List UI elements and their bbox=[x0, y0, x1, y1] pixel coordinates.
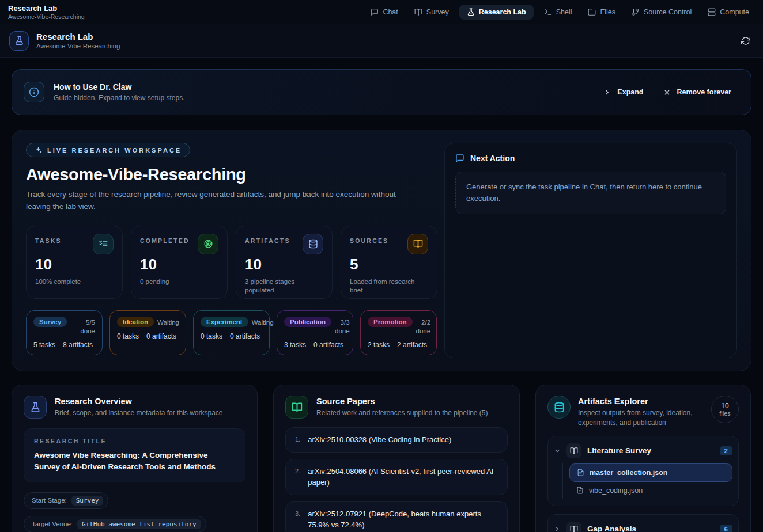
database-icon bbox=[303, 234, 323, 254]
stat-value: 5 bbox=[350, 256, 428, 273]
book-open-icon bbox=[566, 522, 581, 532]
artifact-group-literature-survey: Literature Survey 2 master_collection.js… bbox=[547, 436, 739, 506]
stage-card-ideation[interactable]: Ideation Waiting 0 tasks 0 artifacts bbox=[109, 310, 186, 355]
git-branch-icon bbox=[632, 8, 640, 16]
stage-card-survey[interactable]: Survey 5/5 done 5 tasks 8 artifacts bbox=[26, 310, 103, 355]
stage-artifacts: 2 artifacts bbox=[397, 341, 427, 349]
stage-card-experiment[interactable]: Experiment Waiting 0 tasks 0 artifacts bbox=[193, 310, 270, 355]
book-open-icon bbox=[407, 234, 428, 254]
stat-sub: 100% complete bbox=[35, 278, 114, 287]
file-icon bbox=[577, 469, 584, 476]
expand-label: Expand bbox=[617, 88, 643, 96]
paper-number: 2. bbox=[295, 466, 300, 488]
stage-tasks: 3 tasks bbox=[284, 341, 306, 349]
card-title: Research Overview bbox=[55, 396, 223, 406]
tab-label: Source Control bbox=[644, 8, 692, 16]
file-icon bbox=[576, 487, 584, 494]
stat-card-artifacts: ARTIFACTS 10 3 pipeline stages populated bbox=[236, 226, 333, 299]
target-icon bbox=[198, 234, 218, 254]
next-action-title: Next Action bbox=[470, 154, 515, 163]
paper-list: 1. arXiv:2510.00328 (Vibe Coding in Prac… bbox=[285, 427, 508, 532]
meta-start-stage: Start Stage: Survey bbox=[24, 492, 108, 509]
flask-icon bbox=[24, 396, 47, 419]
artifacts-explorer-card: Artifacts Explorer Inspect outputs from … bbox=[535, 385, 751, 532]
files-count-badge: 10 files bbox=[711, 396, 739, 423]
stage-tasks: 2 tasks bbox=[368, 341, 390, 349]
tab-survey[interactable]: Survey bbox=[409, 5, 455, 20]
paper-item[interactable]: 3. arXiv:2512.07921 (DeepCode, beats hum… bbox=[285, 501, 508, 532]
paper-title: arXiv:2510.00328 (Vibe Coding in Practic… bbox=[308, 434, 451, 446]
stat-label: TASKS bbox=[35, 234, 62, 244]
guide-banner-text: How to Use Dr. Claw Guide hidden. Expand… bbox=[54, 82, 184, 102]
group-row[interactable]: Gap Analysis 6 bbox=[554, 519, 732, 532]
meta-value: Survey bbox=[71, 496, 104, 506]
file-name: vibe_coding.json bbox=[589, 487, 643, 495]
tab-label: Files bbox=[600, 8, 615, 16]
topbar: Research Lab Awesome-Vibe-Researching Ch… bbox=[0, 0, 763, 24]
stages-row: Survey 5/5 done 5 tasks 8 artifacts Idea… bbox=[26, 310, 430, 355]
chevron-right-icon bbox=[554, 526, 561, 532]
card-title: Artifacts Explorer bbox=[578, 396, 704, 406]
stat-sub: Loaded from research brief bbox=[350, 278, 428, 295]
tab-source-control[interactable]: Source Control bbox=[626, 5, 697, 20]
content-area: How to Use Dr. Claw Guide hidden. Expand… bbox=[0, 58, 763, 532]
meta-label: Target Venue: bbox=[32, 520, 73, 527]
stage-pill: Promotion bbox=[368, 317, 413, 327]
close-icon bbox=[663, 89, 671, 96]
remove-forever-button[interactable]: Remove forever bbox=[663, 88, 732, 96]
flask-icon bbox=[467, 8, 475, 16]
chat-icon bbox=[455, 154, 464, 163]
stat-value: 10 bbox=[35, 256, 114, 273]
tab-chat[interactable]: Chat bbox=[365, 5, 403, 20]
stage-artifacts: 0 artifacts bbox=[313, 341, 343, 349]
stage-artifacts: 0 artifacts bbox=[146, 332, 176, 340]
terminal-icon bbox=[544, 8, 552, 16]
stat-label: SOURCES bbox=[350, 234, 388, 244]
topbar-app-info: Research Lab Awesome-Vibe-Researching bbox=[8, 4, 85, 20]
checklist-icon bbox=[93, 234, 114, 254]
top-navigation: Chat Survey Research Lab Shell Files Sou… bbox=[365, 5, 755, 20]
group-children: master_collection.json vibe_coding.json bbox=[562, 463, 732, 499]
research-title-box: RESEARCH TITLE Awesome Vibe Researching:… bbox=[24, 428, 245, 482]
info-icon bbox=[29, 87, 39, 97]
workspace-title: Awesome-Vibe-Researching bbox=[26, 165, 430, 184]
artifact-group-gap-analysis: Gap Analysis 6 bbox=[547, 514, 739, 532]
page-header: Research Lab Awesome-Vibe-Researching bbox=[0, 24, 763, 58]
server-icon bbox=[708, 8, 716, 16]
app-subtitle: Awesome-Vibe-Researching bbox=[8, 13, 85, 20]
tab-compute[interactable]: Compute bbox=[702, 5, 755, 20]
metadata-list: Start Stage: Survey Target Venue: GitHub… bbox=[24, 492, 245, 532]
next-action-card: Next Action Generate or sync the task pi… bbox=[444, 143, 737, 358]
stat-value: 10 bbox=[245, 256, 323, 273]
card-title: Source Papers bbox=[316, 396, 488, 406]
group-count-badge: 2 bbox=[720, 446, 732, 455]
file-item-selected[interactable]: master_collection.json bbox=[569, 463, 732, 482]
refresh-button[interactable] bbox=[738, 33, 754, 49]
stat-card-sources: SOURCES 5 Loaded from research brief bbox=[341, 226, 437, 299]
file-item[interactable]: vibe_coding.json bbox=[569, 482, 732, 499]
folder-icon bbox=[588, 8, 596, 16]
stage-tasks: 5 tasks bbox=[33, 341, 55, 349]
tab-label: Survey bbox=[426, 8, 449, 16]
group-row[interactable]: Literature Survey 2 bbox=[554, 441, 732, 461]
stage-tasks: 0 tasks bbox=[201, 332, 222, 340]
paper-item[interactable]: 1. arXiv:2510.00328 (Vibe Coding in Prac… bbox=[285, 427, 508, 453]
stage-status: Waiting bbox=[157, 317, 179, 327]
stage-pill: Experiment bbox=[201, 317, 248, 327]
tab-files[interactable]: Files bbox=[582, 5, 621, 20]
remove-forever-label: Remove forever bbox=[677, 88, 732, 96]
chevron-right-icon bbox=[603, 89, 611, 96]
research-title-label: RESEARCH TITLE bbox=[34, 438, 235, 444]
group-count-badge: 6 bbox=[720, 525, 732, 532]
tab-research-lab[interactable]: Research Lab bbox=[459, 5, 534, 20]
stage-status: 2/2 done bbox=[416, 317, 431, 336]
stage-card-publication[interactable]: Publication 3/3 done 3 tasks 0 artifacts bbox=[277, 310, 353, 355]
chat-icon bbox=[371, 8, 379, 16]
paper-item[interactable]: 2. arXiv:2504.08066 (AI Scientist-v2, fi… bbox=[285, 459, 508, 495]
stage-card-promotion[interactable]: Promotion 2/2 done 2 tasks 2 artifacts bbox=[360, 310, 437, 355]
expand-guide-button[interactable]: Expand bbox=[603, 88, 643, 96]
guide-banner-actions: Expand Remove forever bbox=[603, 88, 739, 96]
tab-shell[interactable]: Shell bbox=[538, 5, 578, 20]
tab-label: Shell bbox=[556, 8, 572, 16]
refresh-icon bbox=[741, 36, 750, 45]
